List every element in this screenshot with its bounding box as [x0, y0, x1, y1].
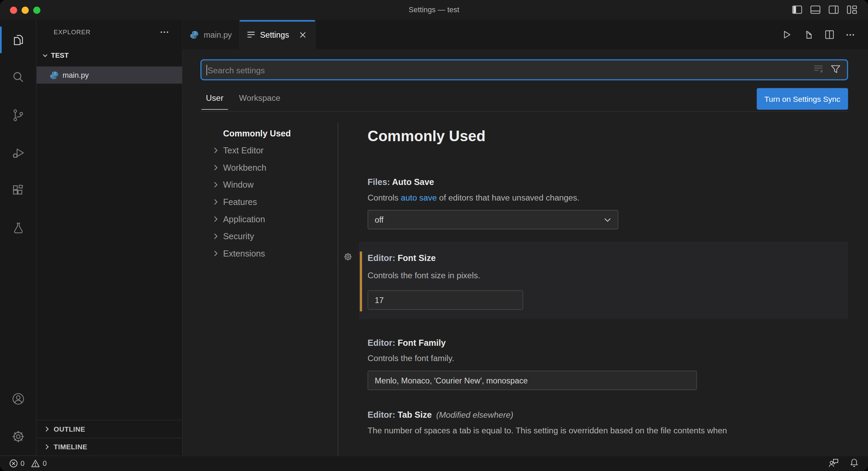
setting-title: Files: Auto Save [368, 177, 848, 187]
search-icon[interactable] [0, 59, 36, 96]
settings-editor: User Workspace Turn on Settings Sync Com… [183, 49, 868, 455]
setting-description: Controls the font size in pixels. [368, 270, 848, 280]
vscode-window: Settings — test [0, 0, 868, 471]
filter-icon[interactable] [831, 64, 841, 75]
folder-row-test[interactable]: TEST [37, 49, 182, 62]
toggle-panel-icon[interactable] [810, 5, 820, 14]
open-changes-icon[interactable] [803, 30, 813, 39]
scope-tabs: User Workspace Turn on Settings Sync [200, 88, 848, 112]
explorer-title: EXPLORER [54, 29, 91, 36]
toc-item-window[interactable]: Window [183, 176, 338, 193]
setting-editor-tab-size: Editor: Tab Size(Modified elsewhere) The… [338, 402, 848, 435]
toc-item-commonly-used[interactable]: Commonly Used [183, 125, 338, 142]
source-control-icon[interactable] [0, 96, 36, 134]
python-file-icon [190, 30, 199, 39]
setting-files-auto-save: Files: Auto Save Controls auto save of e… [338, 170, 848, 229]
auto-save-link[interactable]: auto save [401, 193, 437, 202]
chevron-right-icon [213, 181, 219, 188]
setting-description: Controls the font family. [368, 353, 848, 363]
font-size-input[interactable] [368, 290, 523, 310]
chevron-right-icon [213, 215, 219, 222]
close-tab-icon[interactable] [298, 30, 308, 39]
chevron-right-icon [213, 147, 219, 154]
chevron-right-icon [213, 250, 219, 257]
status-bar: 0 0 [0, 455, 868, 471]
python-file-icon [50, 71, 59, 79]
setting-title: Editor: Font Family [368, 337, 848, 348]
toc-item-application[interactable]: Application [183, 210, 338, 228]
setting-title: Editor: Font Size [368, 252, 848, 263]
warning-count: 0 [43, 459, 47, 467]
editor-area: main.py Settings [183, 20, 868, 455]
settings-editor-icon [247, 31, 255, 38]
setting-editor-font-size: Editor: Font Size Controls the font size… [359, 242, 848, 319]
auto-save-select[interactable]: off [368, 210, 618, 229]
timeline-section-header[interactable]: TIMELINE [37, 438, 182, 455]
chevron-right-icon [213, 164, 219, 171]
extensions-icon[interactable] [0, 172, 36, 209]
tab-mainpy[interactable]: main.py [183, 20, 240, 50]
setting-description: The number of spaces a tab is equal to. … [368, 425, 848, 435]
modified-indicator-bar [360, 251, 362, 311]
setting-description: Controls auto save of editors that have … [368, 192, 848, 203]
font-family-input[interactable] [368, 371, 697, 390]
toc-item-features[interactable]: Features [183, 193, 338, 211]
file-row-mainpy[interactable]: main.py [37, 67, 182, 84]
problems-indicator[interactable]: 0 0 [9, 459, 47, 467]
chevron-right-icon [213, 198, 219, 205]
chevron-down-icon [604, 218, 611, 222]
window-title: Settings — test [0, 5, 868, 14]
chevron-down-icon [42, 52, 48, 58]
setting-editor-font-family: Editor: Font Family Controls the font fa… [338, 330, 848, 390]
warning-icon [31, 459, 40, 467]
customize-layout-icon[interactable] [847, 5, 857, 14]
toggle-secondary-sidebar-icon[interactable] [829, 5, 839, 14]
outline-section-header[interactable]: OUTLINE [37, 420, 182, 438]
titlebar: Settings — test [0, 0, 868, 20]
scope-tab-user[interactable]: User [205, 88, 224, 109]
explorer-sidebar: EXPLORER TEST main.py [37, 20, 183, 455]
testing-icon[interactable] [0, 209, 36, 247]
chevron-right-icon [44, 426, 50, 432]
tab-bar: main.py Settings [183, 20, 868, 50]
toc-item-extensions[interactable]: Extensions [183, 245, 338, 262]
error-icon [9, 459, 18, 467]
settings-search-box[interactable] [200, 59, 848, 80]
accounts-icon[interactable] [0, 380, 36, 418]
notifications-bell-icon[interactable] [850, 458, 859, 469]
explorer-more-actions-icon[interactable] [160, 31, 169, 34]
chevron-right-icon [44, 444, 50, 450]
settings-content: Commonly Used Files: Auto Save Controls … [338, 123, 868, 455]
toc-item-workbench[interactable]: Workbench [183, 159, 338, 176]
clear-search-icon[interactable] [814, 65, 824, 75]
more-actions-icon[interactable] [846, 33, 855, 36]
text-caret [206, 64, 207, 75]
run-debug-icon[interactable] [0, 134, 36, 172]
scope-tab-workspace[interactable]: Workspace [238, 88, 282, 109]
settings-toc: Commonly Used Text Editor Workbench [183, 123, 338, 455]
tab-settings[interactable]: Settings [240, 20, 316, 50]
run-button[interactable] [782, 30, 792, 39]
turn-on-settings-sync-button[interactable]: Turn on Settings Sync [756, 88, 848, 110]
split-editor-icon[interactable] [825, 30, 834, 39]
activity-bar [0, 20, 37, 455]
modified-elsewhere-annotation: (Modified elsewhere) [436, 410, 513, 419]
settings-search-input[interactable] [208, 65, 814, 75]
settings-gear-icon[interactable] [0, 418, 36, 455]
chevron-right-icon [213, 233, 219, 240]
page-title: Commonly Used [368, 127, 868, 146]
toc-item-security[interactable]: Security [183, 228, 338, 245]
feedback-icon[interactable] [828, 458, 839, 469]
toc-item-text-editor[interactable]: Text Editor [183, 142, 338, 159]
setting-edit-gear-icon[interactable] [343, 252, 353, 263]
toggle-primary-sidebar-icon[interactable] [792, 5, 802, 14]
setting-title: Editor: Tab Size(Modified elsewhere) [368, 410, 848, 420]
error-count: 0 [20, 459, 24, 467]
explorer-icon[interactable] [0, 21, 36, 59]
